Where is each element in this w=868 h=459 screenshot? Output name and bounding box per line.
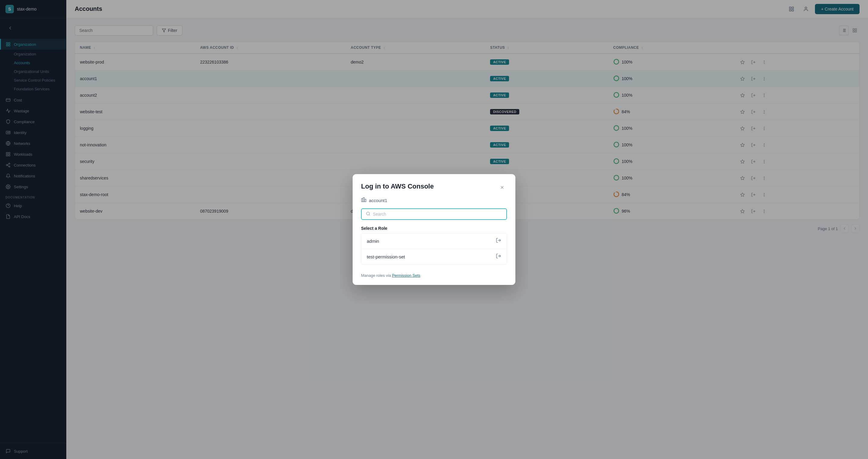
role-test-login-icon — [496, 253, 501, 260]
svg-rect-108 — [362, 198, 363, 202]
role-item-admin[interactable]: admin — [361, 233, 507, 249]
modal-role-section: Select a Role admin test-permission-set — [352, 226, 516, 268]
select-role-label: Select a Role — [361, 226, 507, 231]
svg-rect-110 — [365, 199, 366, 202]
svg-line-112 — [369, 215, 370, 215]
role-list: admin test-permission-set — [361, 233, 507, 265]
role-admin-login-icon — [496, 238, 501, 244]
svg-point-111 — [367, 212, 370, 215]
modal-footer-text: Manage roles via — [361, 273, 392, 278]
modal-footer: Manage roles via Permission Sets — [352, 268, 516, 285]
svg-rect-109 — [363, 198, 365, 202]
aws-console-modal: Log in to AWS Console × account1 Select … — [352, 174, 516, 285]
modal-title: Log in to AWS Console — [361, 183, 434, 190]
modal-search-input[interactable] — [373, 212, 502, 217]
modal-header: Log in to AWS Console × — [352, 174, 516, 197]
modal-overlay[interactable]: Log in to AWS Console × account1 Select … — [0, 0, 868, 459]
modal-account-name: account1 — [369, 198, 387, 203]
role-item-test-permission[interactable]: test-permission-set — [361, 249, 507, 264]
account-org-icon — [361, 197, 367, 204]
modal-account: account1 — [352, 197, 516, 208]
modal-close-button[interactable]: × — [497, 183, 507, 192]
modal-search-icon — [366, 211, 370, 217]
modal-search-area — [352, 208, 516, 226]
role-admin-label: admin — [367, 238, 379, 244]
permission-sets-link[interactable]: Permission Sets — [392, 273, 421, 278]
role-test-label: test-permission-set — [367, 254, 405, 259]
modal-search-box — [361, 208, 507, 220]
